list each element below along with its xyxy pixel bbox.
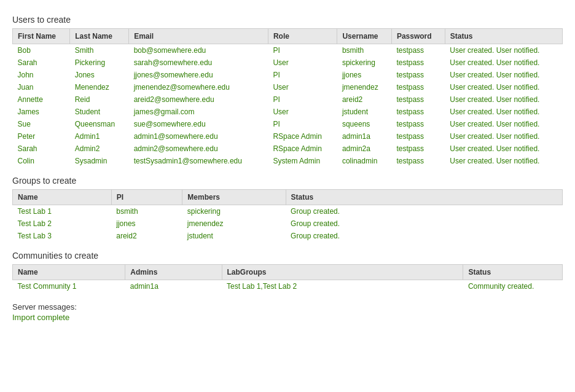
user-status: User created. User notified. xyxy=(445,106,562,118)
groups-col-pi: PI xyxy=(111,190,182,205)
user-username: admin1a xyxy=(337,130,391,143)
table-row: Bob Smith bob@somewhere.edu PI bsmith te… xyxy=(13,44,563,57)
groups-table: Name PI Members Status Test Lab 1 bsmith… xyxy=(12,189,563,242)
user-email: sarah@somewhere.edu xyxy=(129,57,268,69)
group-pi: jjones xyxy=(111,218,182,230)
user-firstname: John xyxy=(13,69,70,81)
user-status: User created. User notified. xyxy=(445,69,562,81)
table-row: Test Community 1 admin1a Test Lab 1,Test… xyxy=(13,280,563,293)
user-email: bob@somewhere.edu xyxy=(129,44,268,57)
user-role: RSpace Admin xyxy=(268,143,337,155)
user-password: testpass xyxy=(391,118,445,130)
communities-col-status: Status xyxy=(463,265,563,280)
server-messages-title: Server messages: xyxy=(12,302,77,312)
user-lastname: Sysadmin xyxy=(70,155,129,167)
group-status: Group created. xyxy=(286,218,562,230)
user-status: User created. User notified. xyxy=(445,57,562,69)
user-status: User created. User notified. xyxy=(445,93,562,106)
user-password: testpass xyxy=(391,130,445,143)
import-complete-message: Import complete xyxy=(12,313,563,322)
user-username: admin2a xyxy=(337,143,391,155)
table-row: Annette Reid areid2@somewhere.edu PI are… xyxy=(13,93,563,106)
server-messages-section: Server messages: xyxy=(12,302,563,312)
table-row: Test Lab 3 areid2 jstudent Group created… xyxy=(13,230,563,242)
user-email: sue@somewhere.edu xyxy=(129,118,268,130)
user-firstname: Annette xyxy=(13,93,70,106)
user-email: admin2@somewhere.edu xyxy=(129,143,268,155)
user-username: jjones xyxy=(337,69,391,81)
user-role: RSpace Admin xyxy=(268,130,337,143)
user-lastname: Reid xyxy=(70,93,129,106)
communities-col-name: Name xyxy=(13,265,125,280)
groups-section-title: Groups to create xyxy=(12,176,563,186)
user-status: User created. User notified. xyxy=(445,81,562,93)
user-password: testpass xyxy=(391,57,445,69)
table-row: Sarah Pickering sarah@somewhere.edu User… xyxy=(13,57,563,69)
table-row: Juan Menendez jmenendez@somewhere.edu Us… xyxy=(13,81,563,93)
user-lastname: Pickering xyxy=(70,57,129,69)
user-firstname: Sue xyxy=(13,118,70,130)
user-firstname: Juan xyxy=(13,81,70,93)
users-col-status: Status xyxy=(445,29,562,44)
group-pi: bsmith xyxy=(111,205,182,218)
user-email: jjones@somewhere.edu xyxy=(129,69,268,81)
group-members: jmenendez xyxy=(182,218,286,230)
communities-col-admins: Admins xyxy=(125,265,222,280)
user-lastname: Student xyxy=(70,106,129,118)
user-username: areid2 xyxy=(337,93,391,106)
table-row: Test Lab 1 bsmith spickering Group creat… xyxy=(13,205,563,218)
user-role: PI xyxy=(268,44,337,57)
user-username: bsmith xyxy=(337,44,391,57)
user-lastname: Smith xyxy=(70,44,129,57)
users-col-lastname: Last Name xyxy=(70,29,129,44)
groups-col-name: Name xyxy=(13,190,112,205)
communities-section-title: Communities to create xyxy=(12,251,563,261)
user-password: testpass xyxy=(391,155,445,167)
table-row: Sue Queensman sue@somewhere.edu PI squee… xyxy=(13,118,563,130)
user-password: testpass xyxy=(391,81,445,93)
user-lastname: Queensman xyxy=(70,118,129,130)
user-firstname: Bob xyxy=(13,44,70,57)
users-col-email: Email xyxy=(129,29,268,44)
user-password: testpass xyxy=(391,69,445,81)
users-col-username: Username xyxy=(337,29,391,44)
user-email: areid2@somewhere.edu xyxy=(129,93,268,106)
user-status: User created. User notified. xyxy=(445,118,562,130)
group-members: jstudent xyxy=(182,230,286,242)
group-members: spickering xyxy=(182,205,286,218)
community-admins: admin1a xyxy=(125,280,222,293)
users-col-firstname: First Name xyxy=(13,29,70,44)
group-pi: areid2 xyxy=(111,230,182,242)
community-status: Community created. xyxy=(463,280,563,293)
user-status: User created. User notified. xyxy=(445,143,562,155)
user-role: User xyxy=(268,106,337,118)
user-lastname: Jones xyxy=(70,69,129,81)
user-username: jmenendez xyxy=(337,81,391,93)
users-table: First Name Last Name Email Role Username… xyxy=(12,28,563,167)
users-section-title: Users to create xyxy=(12,15,563,25)
groups-col-members: Members xyxy=(182,190,286,205)
groups-col-status: Status xyxy=(286,190,562,205)
user-firstname: Sarah xyxy=(13,143,70,155)
user-email: jmenendez@somewhere.edu xyxy=(129,81,268,93)
user-role: PI xyxy=(268,118,337,130)
communities-table: Name Admins LabGroups Status Test Commun… xyxy=(12,264,563,292)
user-firstname: Colin xyxy=(13,155,70,167)
group-name: Test Lab 3 xyxy=(13,230,112,242)
group-status: Group created. xyxy=(286,230,562,242)
user-role: User xyxy=(268,57,337,69)
group-status: Group created. xyxy=(286,205,562,218)
user-password: testpass xyxy=(391,93,445,106)
table-row: Sarah Admin2 admin2@somewhere.edu RSpace… xyxy=(13,143,563,155)
table-row: Peter Admin1 admin1@somewhere.edu RSpace… xyxy=(13,130,563,143)
table-row: Colin Sysadmin testSysadmin1@somewhere.e… xyxy=(13,155,563,167)
group-name: Test Lab 2 xyxy=(13,218,112,230)
user-password: testpass xyxy=(391,44,445,57)
user-role: PI xyxy=(268,93,337,106)
user-status: User created. User notified. xyxy=(445,155,562,167)
user-status: User created. User notified. xyxy=(445,44,562,57)
communities-col-labgroups: LabGroups xyxy=(222,265,463,280)
user-role: User xyxy=(268,81,337,93)
user-lastname: Admin1 xyxy=(70,130,129,143)
user-lastname: Admin2 xyxy=(70,143,129,155)
